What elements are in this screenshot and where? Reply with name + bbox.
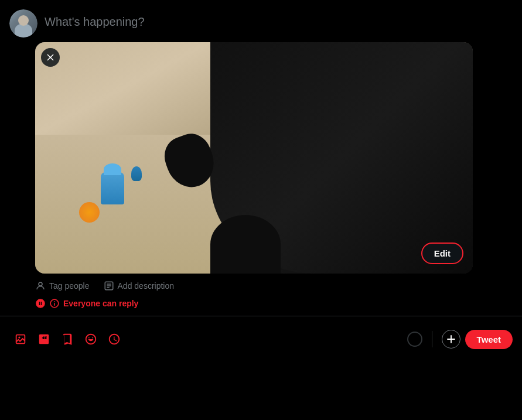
add-description-button[interactable]: Add description [104,281,175,291]
schedule-button[interactable] [103,328,125,350]
image-container: Edit [35,42,473,274]
tag-people-label: Tag people [49,281,90,291]
close-image-button[interactable] [41,48,60,67]
edit-button[interactable]: Edit [421,243,463,264]
photo-video-button[interactable] [9,328,32,350]
gif-button[interactable] [33,328,55,350]
reply-setting-label: Everyone can reply [63,299,138,308]
emoji-button[interactable] [80,328,102,350]
add-description-label: Add description [118,281,175,291]
toolbar-divider [0,316,522,316]
image-actions: Tag people Add description [35,278,522,293]
tweet-button[interactable]: Tweet [465,330,513,349]
toolbar: Tweet [0,323,522,355]
thread-button[interactable] [56,328,79,350]
character-count [407,332,422,347]
add-tweet-button[interactable] [442,330,460,349]
toolbar-divider-vertical [432,331,432,347]
cat-photo [35,42,473,274]
reply-setting-button[interactable]: Everyone can reply [35,298,522,309]
avatar [9,9,37,37]
toolbar-icons [9,328,405,350]
compose-area: What's happening? [0,0,522,37]
svg-point-0 [39,282,42,286]
compose-container: What's happening? Edit Tag [0,0,522,355]
compose-placeholder[interactable]: What's happening? [45,9,513,29]
toolbar-right: Tweet [407,330,513,349]
compose-right: What's happening? [45,9,513,37]
tag-people-button[interactable]: Tag people [35,281,90,291]
